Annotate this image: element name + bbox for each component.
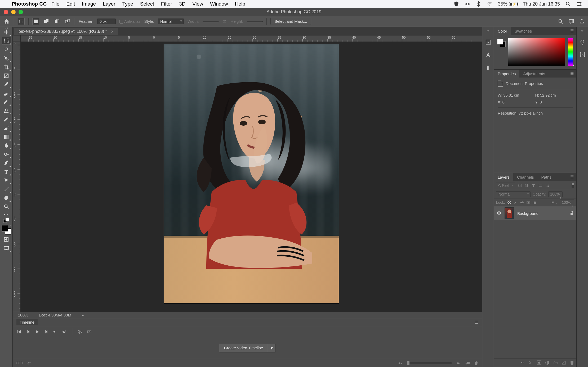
menu-edit[interactable]: Edit <box>66 1 75 7</box>
close-doc-icon[interactable]: ✕ <box>111 30 114 34</box>
search-icon[interactable] <box>558 19 564 24</box>
lock-trans-icon[interactable] <box>507 201 511 204</box>
zoom-tool[interactable] <box>2 203 11 211</box>
screenmode-icon[interactable] <box>2 244 11 252</box>
menu-select[interactable]: Select <box>140 1 154 7</box>
menu-view[interactable]: View <box>192 1 203 7</box>
mute-icon[interactable] <box>53 330 57 334</box>
play-icon[interactable] <box>35 330 39 334</box>
filter-shape-icon[interactable] <box>538 183 543 188</box>
lasso-tool[interactable] <box>2 46 11 53</box>
window-zoom-button[interactable] <box>19 10 23 14</box>
create-timeline-dropdown-icon[interactable]: ▾ <box>268 344 276 352</box>
app-name[interactable]: Photoshop CC <box>12 1 47 7</box>
menu-help[interactable]: Help <box>235 1 245 7</box>
layer-name[interactable]: Background <box>517 211 538 216</box>
quickmask-icon[interactable] <box>2 235 11 243</box>
document-tab[interactable]: pexels-photo-2383337.jpeg @ 100% (RGB/8)… <box>14 28 118 35</box>
battery-status[interactable]: 35% ⚡ <box>498 1 518 7</box>
selection-subtract-icon[interactable] <box>54 18 60 25</box>
selection-intersect-icon[interactable] <box>64 18 71 25</box>
home-icon[interactable] <box>3 18 10 25</box>
bluetooth-icon[interactable] <box>476 1 482 7</box>
history-panel-icon[interactable] <box>485 39 491 46</box>
status-flyout-icon[interactable]: ▸ <box>82 313 84 318</box>
group-layers-icon[interactable] <box>553 360 558 365</box>
workspace-switcher-icon[interactable] <box>568 19 574 24</box>
fill-input[interactable]: 100% <box>560 200 574 205</box>
history-brush-tool[interactable] <box>2 115 11 123</box>
menubar-datetime[interactable]: Thu 20 Jun 16:35 <box>523 1 560 7</box>
style-select[interactable]: Normal <box>158 19 184 24</box>
layer-fx-icon[interactable]: fx <box>529 360 533 365</box>
selection-new-icon[interactable] <box>32 18 39 25</box>
timeline-zoom-slider[interactable] <box>407 362 452 364</box>
timeline-settings-icon[interactable] <box>62 330 66 334</box>
blur-tool[interactable] <box>2 142 11 149</box>
zoom-out-timeline-icon[interactable] <box>398 361 403 365</box>
share-icon[interactable] <box>579 19 585 24</box>
healing-brush-tool[interactable] <box>2 89 11 97</box>
layer-thumbnail[interactable] <box>505 207 514 219</box>
hue-slider[interactable] <box>568 38 573 66</box>
zoom-in-timeline-icon[interactable] <box>456 361 461 365</box>
move-tool[interactable] <box>2 28 11 36</box>
libraries-panel-icon[interactable] <box>579 52 586 58</box>
type-tool[interactable] <box>2 168 11 176</box>
feather-input[interactable]: 0 px <box>97 19 116 24</box>
color-panel-menu-icon[interactable]: ☰ <box>568 29 576 33</box>
color-field[interactable] <box>508 38 565 66</box>
trash-icon[interactable] <box>474 361 478 365</box>
new-layer-icon[interactable] <box>562 360 566 365</box>
paragraph-panel-icon[interactable] <box>485 65 491 71</box>
menu-type[interactable]: Type <box>122 1 133 7</box>
paths-tab[interactable]: Paths <box>537 173 555 181</box>
layers-panel-menu-icon[interactable]: ☰ <box>568 175 576 179</box>
layer-visibility-icon[interactable] <box>497 211 501 216</box>
convert-frames-icon[interactable] <box>27 361 31 365</box>
create-video-timeline-button[interactable]: Create Video Timeline <box>219 344 268 352</box>
goto-first-frame-icon[interactable] <box>17 330 21 334</box>
filter-toggle[interactable] <box>572 183 574 188</box>
filter-type-icon[interactable] <box>531 183 536 188</box>
adjustment-layer-icon[interactable] <box>545 360 550 365</box>
filter-smart-icon[interactable] <box>545 183 550 188</box>
vertical-ruler[interactable]: 05101520253035404550 <box>13 42 21 312</box>
horizontal-ruler[interactable]: 252015105051015202530354045505560 <box>21 35 482 42</box>
prev-frame-icon[interactable] <box>26 330 30 334</box>
eyedropper-tool[interactable] <box>2 80 11 88</box>
lock-pixels-icon[interactable] <box>514 201 518 204</box>
layer-row-background[interactable]: Background <box>494 206 576 220</box>
toggles-icon[interactable] <box>465 1 470 7</box>
selection-add-icon[interactable] <box>43 18 50 25</box>
layer-filter-kind[interactable]: Kind <box>496 183 515 188</box>
shape-tool[interactable] <box>2 185 11 193</box>
frame-tool[interactable] <box>2 72 11 80</box>
color-fgbg-swatches[interactable] <box>497 39 506 47</box>
clone-stamp-tool[interactable] <box>2 107 11 115</box>
ruler-origin[interactable] <box>13 35 21 42</box>
canvas-image[interactable] <box>164 44 339 303</box>
channels-tab[interactable]: Channels <box>513 173 537 181</box>
properties-panel-menu-icon[interactable]: ☰ <box>568 71 576 76</box>
gradient-tool[interactable] <box>2 133 11 141</box>
eraser-tool[interactable] <box>2 124 11 132</box>
timeline-tab[interactable]: Timeline <box>16 319 38 325</box>
brush-tool[interactable] <box>2 98 11 106</box>
zoom-level[interactable]: 100% <box>18 313 28 317</box>
transition-icon[interactable] <box>87 330 91 334</box>
blend-mode-select[interactable]: Normal <box>496 191 531 197</box>
render-video-icon[interactable] <box>465 361 470 365</box>
delete-layer-icon[interactable] <box>570 360 574 365</box>
next-frame-icon[interactable] <box>44 330 48 334</box>
hand-tool[interactable] <box>2 194 11 202</box>
marquee-tool[interactable] <box>2 37 11 45</box>
wifi-icon[interactable] <box>487 1 493 7</box>
menu-layer[interactable]: Layer <box>103 1 115 7</box>
window-close-button[interactable] <box>4 10 8 14</box>
fg-bg-swatches[interactable]: ⤭ <box>2 225 11 235</box>
docsize-label[interactable]: Doc: 4.30M/4.30M <box>39 313 71 317</box>
filter-pixel-icon[interactable] <box>517 183 522 188</box>
menu-file[interactable]: File <box>51 1 60 7</box>
crop-tool[interactable] <box>2 63 11 71</box>
